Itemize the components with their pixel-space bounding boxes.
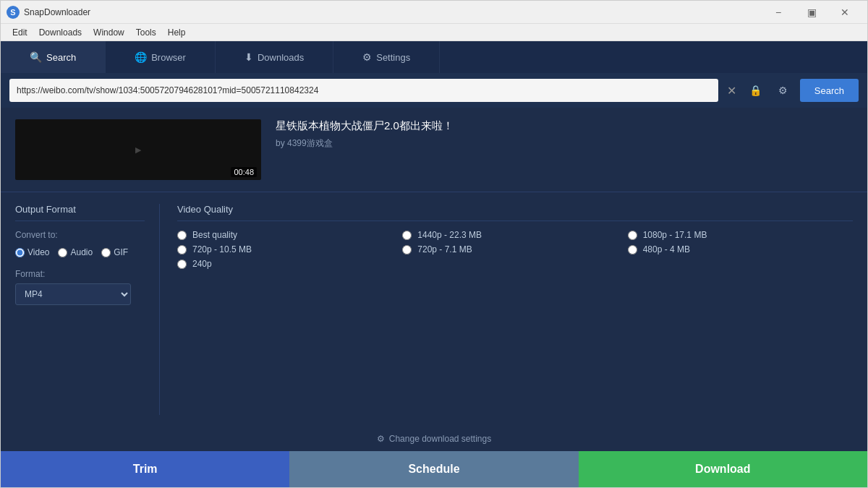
output-format-title: Output Format xyxy=(15,204,145,221)
quality-720p-71-label: 720p - 7.1 MB xyxy=(417,244,472,254)
schedule-button[interactable]: Schedule xyxy=(289,451,578,487)
video-timestamp: 00:48 xyxy=(231,167,257,177)
gif-radio-label[interactable]: GIF xyxy=(101,247,128,257)
options-area: Output Format Convert to: Video Audio GI… xyxy=(1,192,867,427)
video-preview: ▶ 00:48 星铁版本植物大战僵尸2.0都出来啦！ by 4399游戏盒 xyxy=(1,108,867,192)
quality-best[interactable]: Best quality xyxy=(177,230,402,240)
browser-tab-icon: 🌐 xyxy=(135,51,147,63)
settings-tab-icon: ⚙ xyxy=(362,51,372,63)
tab-settings-label: Settings xyxy=(376,52,410,63)
tab-browser-label: Browser xyxy=(151,52,186,63)
tab-search-label: Search xyxy=(46,52,76,63)
quality-480p[interactable]: 480p - 4 MB xyxy=(628,244,853,254)
app-window: S SnapDownloader − ▣ ✕ Edit Downloads Wi… xyxy=(0,0,868,488)
lock-icon: 🔒 xyxy=(745,80,767,101)
video-radio-label[interactable]: Video xyxy=(15,247,49,257)
quality-480p-radio[interactable] xyxy=(628,245,637,254)
format-label: Format: xyxy=(15,269,145,279)
tab-downloads[interactable]: ⬇ Downloads xyxy=(216,41,333,73)
downloads-tab-icon: ⬇ xyxy=(244,51,253,63)
clear-url-button[interactable]: ✕ xyxy=(724,81,739,100)
audio-radio-text: Audio xyxy=(70,247,93,257)
close-button[interactable]: ✕ xyxy=(828,1,861,24)
video-radio[interactable] xyxy=(15,248,25,257)
title-bar: S SnapDownloader − ▣ ✕ xyxy=(1,1,867,24)
quality-best-radio[interactable] xyxy=(177,231,187,240)
tab-search[interactable]: 🔍 Search xyxy=(1,41,106,73)
menu-tools[interactable]: Tools xyxy=(130,24,162,41)
trim-button[interactable]: Trim xyxy=(1,451,289,487)
app-icon: S xyxy=(7,6,20,19)
tab-settings[interactable]: ⚙ Settings xyxy=(333,41,440,73)
quality-240p-label: 240p xyxy=(192,259,212,269)
main-content: ▶ 00:48 星铁版本植物大战僵尸2.0都出来啦！ by 4399游戏盒 Ou… xyxy=(1,108,867,451)
menu-bar: Edit Downloads Window Tools Help xyxy=(1,24,867,41)
search-button[interactable]: Search xyxy=(800,79,859,102)
quality-480p-label: 480p - 4 MB xyxy=(643,244,690,254)
tab-browser[interactable]: 🌐 Browser xyxy=(106,41,216,73)
convert-type-group: Video Audio GIF xyxy=(15,247,145,257)
video-quality-title: Video Quality xyxy=(177,204,853,221)
url-bar: ✕ 🔒 ⚙ Search xyxy=(1,73,867,108)
quality-1440p-radio[interactable] xyxy=(402,231,412,240)
video-quality-panel: Video Quality Best quality 1440p - 22.3 … xyxy=(160,204,853,415)
tab-bar: 🔍 Search 🌐 Browser ⬇ Downloads ⚙ Setting… xyxy=(1,41,867,73)
settings-gear-icon: ⚙ xyxy=(377,434,385,444)
menu-help[interactable]: Help xyxy=(162,24,192,41)
minimize-button[interactable]: − xyxy=(762,1,795,24)
quality-240p-radio[interactable] xyxy=(177,260,187,269)
menu-window[interactable]: Window xyxy=(88,24,130,41)
app-title: SnapDownloader xyxy=(24,7,762,17)
quality-1080p-radio[interactable] xyxy=(628,231,637,240)
search-tab-icon: 🔍 xyxy=(30,51,42,63)
video-thumbnail: ▶ 00:48 xyxy=(15,119,261,180)
video-radio-text: Video xyxy=(27,247,49,257)
menu-downloads[interactable]: Downloads xyxy=(33,24,88,41)
thumbnail-placeholder: ▶ xyxy=(135,145,141,155)
quality-720p-71-radio[interactable] xyxy=(402,245,412,254)
menu-edit[interactable]: Edit xyxy=(7,24,33,41)
quality-1440p-label: 1440p - 22.3 MB xyxy=(417,230,482,240)
action-bar: Trim Schedule Download xyxy=(1,451,867,487)
video-author: by 4399游戏盒 xyxy=(276,137,853,150)
quality-720p-71[interactable]: 720p - 7.1 MB xyxy=(402,244,627,254)
format-select[interactable]: MP4 MKV AVI MOV WMV xyxy=(15,283,131,305)
tab-downloads-label: Downloads xyxy=(258,52,304,63)
change-settings-link[interactable]: ⚙ Change download settings xyxy=(1,427,867,451)
quality-720p-105-radio[interactable] xyxy=(177,245,187,254)
audio-radio-label[interactable]: Audio xyxy=(58,247,93,257)
quality-best-label: Best quality xyxy=(192,230,237,240)
video-title: 星铁版本植物大战僵尸2.0都出来啦！ xyxy=(276,119,853,133)
video-info: 星铁版本植物大战僵尸2.0都出来啦！ by 4399游戏盒 xyxy=(276,119,853,180)
quality-1080p[interactable]: 1080p - 17.1 MB xyxy=(628,230,853,240)
download-button[interactable]: Download xyxy=(579,451,867,487)
gif-radio-text: GIF xyxy=(114,247,128,257)
gif-radio[interactable] xyxy=(101,248,111,257)
url-input[interactable] xyxy=(9,79,718,102)
quality-240p[interactable]: 240p xyxy=(177,259,402,269)
quality-1080p-label: 1080p - 17.1 MB xyxy=(643,230,707,240)
quality-options-grid: Best quality 1440p - 22.3 MB 1080p - 17.… xyxy=(177,230,853,269)
quality-1440p[interactable]: 1440p - 22.3 MB xyxy=(402,230,627,240)
quality-720p-105[interactable]: 720p - 10.5 MB xyxy=(177,244,402,254)
convert-to-label: Convert to: xyxy=(15,230,145,240)
quality-720p-105-label: 720p - 10.5 MB xyxy=(192,244,252,254)
settings-link-text: Change download settings xyxy=(389,434,491,444)
audio-radio[interactable] xyxy=(58,248,67,257)
settings-icon[interactable]: ⚙ xyxy=(773,80,794,101)
output-format-panel: Output Format Convert to: Video Audio GI… xyxy=(15,204,160,415)
maximize-button[interactable]: ▣ xyxy=(795,1,828,24)
window-controls: − ▣ ✕ xyxy=(762,1,861,24)
